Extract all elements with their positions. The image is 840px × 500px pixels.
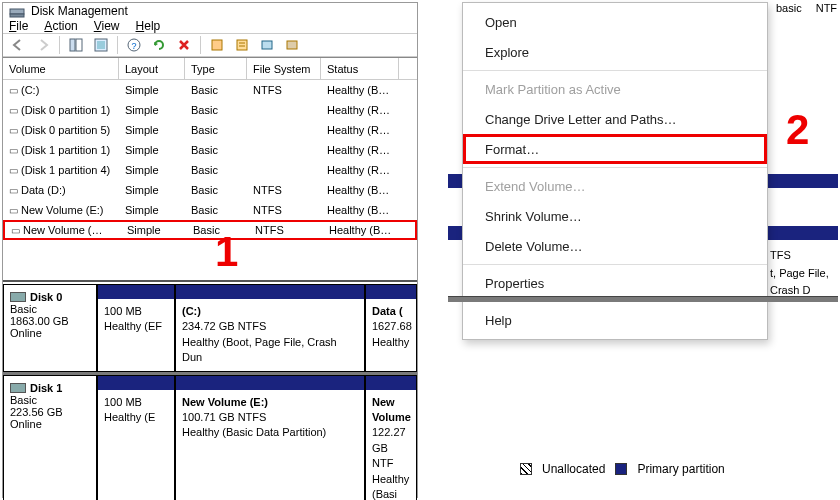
action-reload-button[interactable] [148,34,170,56]
partition[interactable]: 100 MBHealthy (EF [97,284,175,372]
toolbar: ? [3,33,417,57]
action-icon-2[interactable] [231,34,253,56]
col-fs[interactable]: File System [247,58,321,79]
menu-file[interactable]: File [9,19,28,33]
legend-unallocated-icon [520,463,532,475]
menu-view[interactable]: View [94,19,120,33]
right-header-fragment: basic NTF [772,2,838,22]
menu-explore[interactable]: Explore [463,37,767,67]
menu-format[interactable]: Format… [463,134,767,164]
table-row[interactable]: ▭(Disk 1 partition 4)SimpleBasicHealthy … [3,160,417,180]
disk-icon [10,292,26,302]
volume-icon: ▭ [9,125,18,136]
menu-open[interactable]: Open [463,7,767,37]
partition[interactable]: Data (1627.68Healthy [365,284,417,372]
volume-icon: ▭ [9,85,18,96]
disk-row: Disk 1Basic223.56 GBOnline100 MBHealthy … [3,375,417,500]
forward-button[interactable] [32,34,54,56]
table-row[interactable]: ▭New Volume (…SimpleBasicNTFSHealthy (B… [3,220,417,240]
table-header: Volume Layout Type File System Status [3,58,417,80]
disks-pane: Disk 0Basic1863.00 GBOnline100 MBHealthy… [3,282,417,500]
volume-icon: ▭ [9,165,18,176]
volume-icon: ▭ [11,225,20,236]
legend-primary: Primary partition [637,462,724,476]
disk-info[interactable]: Disk 1Basic223.56 GBOnline [3,375,97,500]
right-screenshot: basic NTF Open Explore Mark Partition as… [418,2,838,498]
action-icon-3[interactable] [256,34,278,56]
menu-change-letter[interactable]: Change Drive Letter and Paths… [463,104,767,134]
svg-rect-1 [10,14,24,17]
table-row[interactable]: ▭New Volume (E:)SimpleBasicNTFSHealthy (… [3,200,417,220]
col-type[interactable]: Type [185,58,247,79]
disk-row: Disk 0Basic1863.00 GBOnline100 MBHealthy… [3,284,417,375]
menu-extend: Extend Volume… [463,171,767,201]
legend-primary-icon [615,463,627,475]
table-row[interactable]: ▭(Disk 1 partition 1)SimpleBasicHealthy … [3,140,417,160]
table-row[interactable]: ▭Data (D:)SimpleBasicNTFSHealthy (B… [3,180,417,200]
pane-divider-right [448,296,838,302]
svg-rect-0 [10,9,24,14]
annotation-2: 2 [786,106,809,154]
action-icon-4[interactable] [281,34,303,56]
table-row[interactable]: ▭(Disk 0 partition 5)SimpleBasicHealthy … [3,120,417,140]
view-button[interactable] [65,34,87,56]
disk-icon [10,383,26,393]
volume-icon: ▭ [9,145,18,156]
titlebar: Disk Management [3,3,417,19]
menubar: File Action View Help [3,19,417,33]
col-layout[interactable]: Layout [119,58,185,79]
disk-info[interactable]: Disk 0Basic1863.00 GBOnline [3,284,97,372]
back-button[interactable] [7,34,29,56]
legend: Unallocated Primary partition [520,462,725,476]
action-icon-1[interactable] [206,34,228,56]
partition[interactable]: New Volume122.27 GB NTFHealthy (Basi [365,375,417,500]
menu-shrink[interactable]: Shrink Volume… [463,201,767,231]
svg-rect-2 [70,39,75,51]
disk-management-window: Disk Management File Action View Help ? … [2,2,418,498]
menu-mark-active: Mark Partition as Active [463,74,767,104]
svg-rect-5 [97,41,105,49]
menu-help[interactable]: Help [136,19,161,33]
svg-rect-3 [76,39,82,51]
app-icon [9,3,25,19]
volume-table: Volume Layout Type File System Status ▭(… [3,57,417,240]
partition-text-fragment: TFS t, Page File, Crash D [770,247,838,300]
menu-properties[interactable]: Properties [463,268,767,298]
volume-icon: ▭ [9,185,18,196]
volume-icon: ▭ [9,105,18,116]
menu-delete-volume[interactable]: Delete Volume… [463,231,767,261]
svg-rect-11 [287,41,297,49]
partition[interactable]: 100 MBHealthy (E [97,375,175,500]
col-volume[interactable]: Volume [3,58,119,79]
delete-button[interactable] [173,34,195,56]
partition[interactable]: New Volume (E:)100.71 GB NTFSHealthy (Ba… [175,375,365,500]
menu-help[interactable]: Help [463,305,767,335]
table-row[interactable]: ▭(C:)SimpleBasicNTFSHealthy (B… [3,80,417,100]
svg-rect-10 [262,41,272,49]
app-title: Disk Management [31,4,128,18]
help-button[interactable]: ? [123,34,145,56]
refresh-button[interactable] [90,34,112,56]
svg-rect-8 [212,40,222,50]
svg-rect-9 [237,40,247,50]
legend-unallocated: Unallocated [542,462,605,476]
table-row[interactable]: ▭(Disk 0 partition 1)SimpleBasicHealthy … [3,100,417,120]
volume-icon: ▭ [9,205,18,216]
annotation-1: 1 [215,228,238,276]
menu-action[interactable]: Action [44,19,77,33]
context-menu: Open Explore Mark Partition as Active Ch… [462,2,768,340]
col-status[interactable]: Status [321,58,399,79]
svg-text:?: ? [131,41,136,51]
partition[interactable]: (C:)234.72 GB NTFSHealthy (Boot, Page Fi… [175,284,365,372]
